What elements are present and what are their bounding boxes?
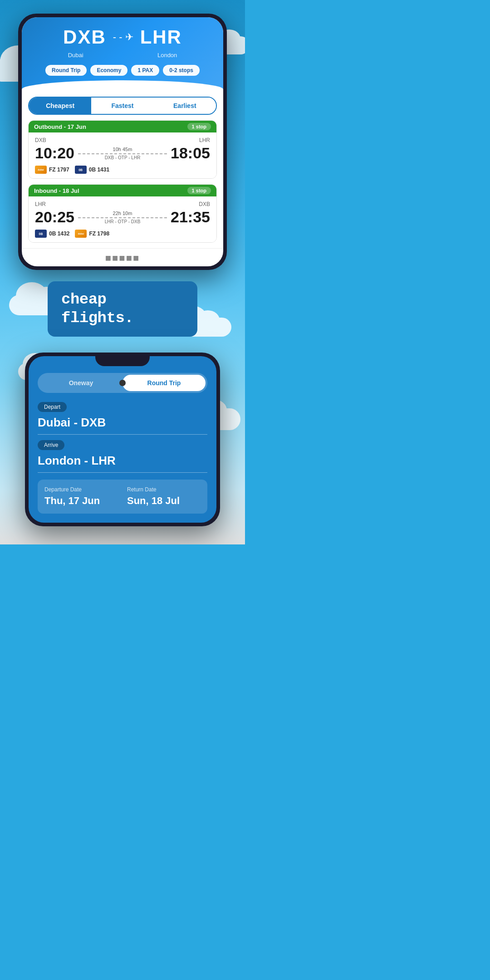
blue-logo-1: 0B <box>75 166 87 174</box>
phone-notch <box>95 356 150 366</box>
inbound-airlines: 0B 0B 1432 dubai FZ 1798 <box>35 230 210 238</box>
outbound-flight-2: 0B 1431 <box>89 167 109 173</box>
inbound-stops: 1 stop <box>187 187 211 194</box>
outbound-airlines: dubai FZ 1797 0B 0B 1431 <box>35 166 210 174</box>
outbound-card: Outbound - 17 Jun 1 stop DXB LHR 10:20 1… <box>28 120 217 179</box>
dubai-logo-1: dubai <box>35 166 47 174</box>
inbound-airline-2: dubai FZ 1798 <box>75 230 109 238</box>
departure-date-col[interactable]: Departure Date Thu, 17 Jun <box>44 486 118 507</box>
outbound-airline-1: dubai FZ 1797 <box>35 166 69 174</box>
outbound-duration: 10h 45m <box>78 147 167 152</box>
inbound-card: Inbound - 18 Jul 1 stop LHR DXB 20:25 22… <box>28 184 217 243</box>
depart-field[interactable]: Depart Dubai - DXB <box>38 402 207 435</box>
outbound-depart: 10:20 <box>35 144 74 162</box>
arrive-value[interactable]: London - LHR <box>38 454 207 473</box>
inbound-route: LHR - OTP - DXB <box>78 219 167 224</box>
phone-1: DXB - - ✈ LHR Dubai London Round Trip Ec… <box>18 14 227 270</box>
inbound-from: LHR <box>35 201 46 207</box>
inbound-info: LHR DXB 20:25 22h 10m LHR - OTP - DXB 21… <box>29 196 216 242</box>
dest-code: LHR <box>140 26 182 48</box>
arrive-field[interactable]: Arrive London - LHR <box>38 440 207 473</box>
inbound-duration: 22h 10m <box>78 211 167 216</box>
toggle-roundtrip[interactable]: Round Trip <box>122 375 206 391</box>
outbound-times: 10:20 10h 45m DXB - OTP - LHR 18:05 <box>35 144 210 162</box>
outbound-route: DXB - OTP - LHR <box>78 155 167 160</box>
filter-pills: Round Trip Economy 1 PAX 0-2 stops <box>31 65 214 76</box>
trip-type-toggle[interactable]: Oneway Round Trip <box>38 373 207 393</box>
departure-date-label: Departure Date <box>44 486 118 493</box>
search-form: Depart Dubai - DXB Arrive London - LHR D… <box>29 402 216 514</box>
return-date-label: Return Date <box>127 486 201 493</box>
inbound-airline-1: 0B 0B 1432 <box>35 230 69 238</box>
outbound-header: Outbound - 17 Jun 1 stop <box>29 121 216 132</box>
pill-stops[interactable]: 0-2 stops <box>163 65 200 76</box>
tagline-box: cheap flights. <box>48 281 197 337</box>
toggle-dot <box>119 380 126 386</box>
dest-city: London <box>157 52 177 59</box>
return-date-value: Sun, 18 Jul <box>127 495 201 507</box>
inbound-flight-2: FZ 1798 <box>89 230 109 237</box>
inbound-depart: 20:25 <box>35 208 74 226</box>
outbound-airports: DXB LHR <box>35 137 210 143</box>
pill-pax[interactable]: 1 PAX <box>131 65 159 76</box>
outbound-from: DXB <box>35 137 46 143</box>
inbound-duration-section: 22h 10m LHR - OTP - DXB <box>74 211 171 224</box>
tab-fastest[interactable]: Fastest <box>91 98 153 114</box>
pill-round-trip[interactable]: Round Trip <box>45 65 87 76</box>
outbound-arrive: 18:05 <box>171 144 210 162</box>
pill-economy[interactable]: Economy <box>90 65 127 76</box>
outbound-label: Outbound - 17 Jun <box>34 123 86 130</box>
phone-2: Oneway Round Trip Depart Dubai - DXB Arr… <box>25 353 220 526</box>
tab-earliest[interactable]: Earliest <box>154 98 216 114</box>
toggle-oneway[interactable]: Oneway <box>39 375 122 391</box>
inbound-flight-1: 0B 1432 <box>49 230 69 237</box>
return-date-col[interactable]: Return Date Sun, 18 Jul <box>127 486 201 507</box>
outbound-airline-2: 0B 0B 1431 <box>75 166 109 174</box>
arrive-label: Arrive <box>38 440 64 450</box>
flight-search-header: DXB - - ✈ LHR Dubai London Round Trip Ec… <box>22 17 223 89</box>
depart-value[interactable]: Dubai - DXB <box>38 416 207 435</box>
outbound-stops: 1 stop <box>187 123 211 130</box>
outbound-duration-section: 10h 45m DXB - OTP - LHR <box>74 147 171 160</box>
inbound-airports: LHR DXB <box>35 201 210 207</box>
sort-tabs: Cheapest Fastest Earliest <box>28 97 217 115</box>
inbound-arrive: 21:35 <box>171 208 210 226</box>
inbound-header: Inbound - 18 Jul 1 stop <box>29 185 216 196</box>
flight-icon: - - ✈ <box>113 31 133 43</box>
origin-code: DXB <box>63 26 106 48</box>
depart-label: Depart <box>38 402 67 412</box>
inbound-times: 20:25 22h 10m LHR - OTP - DXB 21:35 <box>35 208 210 226</box>
route-cities: Dubai London <box>31 52 214 59</box>
outbound-flight-1: FZ 1797 <box>49 167 69 173</box>
dashed-line-2 <box>78 217 167 218</box>
route-row: DXB - - ✈ LHR <box>31 26 214 48</box>
inbound-label: Inbound - 18 Jul <box>34 187 79 194</box>
price-preview: ■■■■■ <box>22 248 223 266</box>
tagline-text: cheap flights. <box>61 290 184 328</box>
departure-date-value: Thu, 17 Jun <box>44 495 118 507</box>
outbound-info: DXB LHR 10:20 10h 45m DXB - OTP - LHR 18… <box>29 132 216 178</box>
dates-section: Departure Date Thu, 17 Jun Return Date S… <box>38 480 207 514</box>
dubai-logo-2: dubai <box>75 230 87 238</box>
outbound-to: LHR <box>199 137 210 143</box>
tagline-section: cheap flights. <box>43 281 202 337</box>
blue-logo-2: 0B <box>35 230 47 238</box>
inbound-to: DXB <box>199 201 210 207</box>
origin-city: Dubai <box>68 52 83 59</box>
dashed-line <box>78 153 167 154</box>
tab-cheapest[interactable]: Cheapest <box>29 98 91 114</box>
